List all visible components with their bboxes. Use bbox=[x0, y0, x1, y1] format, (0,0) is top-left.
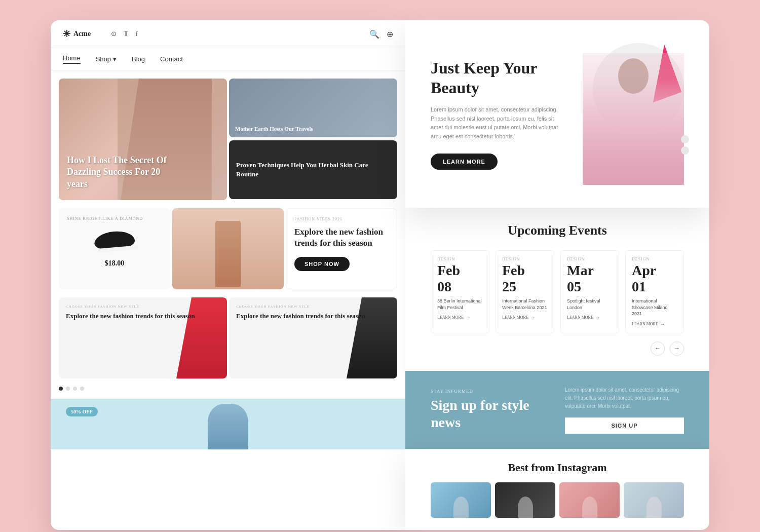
right-panel: Just Keep Your Beauty Lorem ipsum dolor … bbox=[405, 20, 709, 530]
shoe-label: SHINE BRIGHT LIKE A DIAMOND bbox=[67, 216, 162, 221]
events-prev-button[interactable]: ← bbox=[651, 341, 665, 356]
shoe-price: $18.00 bbox=[67, 259, 162, 268]
event-3-day: 05 bbox=[567, 279, 613, 295]
event-2-name: International Fashion Week Barcelona 202… bbox=[502, 298, 548, 311]
brand: ✳ Acme bbox=[63, 28, 91, 40]
event-1-arrow: → bbox=[466, 315, 471, 320]
model-silhouette-3 bbox=[559, 482, 620, 518]
event-4-arrow: → bbox=[660, 321, 665, 327]
events-grid: DESIGN Feb 08 38 Berlin International Fi… bbox=[431, 250, 684, 333]
hero-grid: How I Lost The Secret Of Dazzling Succes… bbox=[51, 70, 405, 208]
left-panel: ✳ Acme ⊙ 𝕋 f 🔍 ⊕ Home Shop ▾ Blog Contac… bbox=[51, 20, 405, 530]
beauty-desc: Lorem ipsum dolor sit amet, consectetur … bbox=[431, 105, 567, 141]
instagram-item-4[interactable] bbox=[624, 482, 684, 518]
event-card-3: DESIGN Mar 05 Spotlight festival London … bbox=[560, 250, 619, 333]
instagram-grid bbox=[431, 482, 684, 518]
event-3-link[interactable]: LEARN MORE → bbox=[567, 315, 613, 320]
event-4-link-text: LEARN MORE bbox=[632, 322, 658, 326]
cart-icon[interactable]: ⊕ bbox=[387, 29, 393, 39]
event-1-link[interactable]: LEARN MORE → bbox=[437, 315, 483, 320]
dot-4[interactable] bbox=[80, 387, 84, 391]
beauty-text: Just Keep Your Beauty Lorem ipsum dolor … bbox=[431, 58, 567, 169]
promo-title: Explore the new fashion trends for this … bbox=[294, 226, 389, 249]
brand-star: ✳ bbox=[63, 28, 70, 40]
event-card-4: DESIGN Apr 01 International Showcase Mil… bbox=[625, 250, 684, 333]
silhouette-4 bbox=[647, 497, 662, 518]
nav-right: 🔍 ⊕ bbox=[369, 29, 393, 39]
instagram-title: Best from Instagram bbox=[431, 461, 684, 474]
beauty-circle-2 bbox=[681, 146, 689, 155]
shoe-image bbox=[67, 225, 162, 255]
event-4-name: International Showcase Milano 2021 bbox=[632, 298, 677, 317]
event-4-month: Apr bbox=[632, 263, 677, 278]
event-card-1: DESIGN Feb 08 38 Berlin International Fi… bbox=[431, 250, 489, 333]
model-silhouette-4 bbox=[624, 482, 684, 518]
nav-blog[interactable]: Blog bbox=[132, 55, 145, 63]
event-1-name: 38 Berlin International Film Festival bbox=[437, 298, 483, 311]
event-3-link-text: LEARN MORE bbox=[567, 315, 593, 320]
shoe-card: SHINE BRIGHT LIKE A DIAMOND $18.00 bbox=[59, 208, 170, 289]
hero-top-right-text: Mother Earth Hosts Our Travels bbox=[235, 125, 313, 132]
fashion-card-1-content: CHOOSE YOUR FASHION NEW STLE Explore the… bbox=[59, 297, 227, 328]
shoe-shape bbox=[94, 230, 136, 251]
navbar: ✳ Acme ⊙ 𝕋 f 🔍 ⊕ bbox=[51, 20, 405, 48]
event-2-arrow: → bbox=[530, 315, 536, 320]
hero-bottom-right: Proven Techniques Help You Herbal Skin C… bbox=[229, 140, 397, 199]
hero-top-right: Mother Earth Hosts Our Travels bbox=[229, 79, 397, 137]
pagination-dots bbox=[51, 387, 405, 399]
event-2-link[interactable]: LEARN MORE → bbox=[502, 315, 548, 320]
events-next-button[interactable]: → bbox=[670, 341, 684, 356]
event-1-category: DESIGN bbox=[437, 257, 483, 261]
silhouette-2 bbox=[518, 497, 533, 518]
facebook-icon[interactable]: f bbox=[135, 30, 137, 38]
signup-right: Lorem ipsum dolor sit amet, consectetur … bbox=[565, 386, 684, 434]
product-section: SHINE BRIGHT LIKE A DIAMOND $18.00 FASHI… bbox=[51, 208, 405, 297]
events-nav: ← → bbox=[431, 341, 684, 356]
signup-text-area: STAY INFORMED Sign up for style news bbox=[431, 389, 550, 431]
event-2-category: DESIGN bbox=[502, 257, 548, 261]
nav-shop[interactable]: Shop ▾ bbox=[96, 55, 117, 63]
event-4-link[interactable]: LEARN MORE → bbox=[632, 321, 677, 327]
nav-contact[interactable]: Contact bbox=[160, 55, 183, 63]
dot-2[interactable] bbox=[66, 387, 70, 391]
signup-button[interactable]: SIGN UP bbox=[565, 417, 684, 434]
brand-name: Acme bbox=[73, 30, 91, 38]
fashion-card-2: CHOOSE YOUR FASHION NEW STLE Explore the… bbox=[229, 297, 397, 378]
nav-home[interactable]: Home bbox=[63, 54, 81, 64]
blue-dress-figure bbox=[208, 404, 248, 449]
event-2-link-text: LEARN MORE bbox=[502, 315, 528, 320]
beauty-model bbox=[583, 53, 684, 185]
silhouette-1 bbox=[453, 497, 469, 518]
event-3-month: Mar bbox=[567, 263, 613, 278]
instagram-item-2[interactable] bbox=[495, 482, 555, 518]
event-3-arrow: → bbox=[595, 315, 600, 320]
instagram-icon[interactable]: ⊙ bbox=[111, 30, 117, 38]
dot-3[interactable] bbox=[73, 387, 77, 391]
bottom-section: 50% OFF bbox=[51, 399, 405, 449]
fashion-card-1-tag: CHOOSE YOUR FASHION NEW STLE bbox=[66, 305, 220, 309]
pants-card bbox=[172, 208, 284, 289]
instagram-item-3[interactable] bbox=[559, 482, 620, 518]
promo-card: FASHION VIBES 2021 Explore the new fashi… bbox=[286, 208, 397, 289]
pants-figure bbox=[172, 208, 284, 289]
event-1-link-text: LEARN MORE bbox=[437, 315, 464, 320]
shop-now-button[interactable]: SHOP NOW bbox=[294, 257, 350, 271]
instagram-item-1[interactable] bbox=[431, 482, 491, 518]
fashion-card-2-title: Explore the new fashion trends for this … bbox=[236, 312, 390, 321]
twitter-icon[interactable]: 𝕋 bbox=[124, 30, 128, 38]
learn-more-button[interactable]: LEARN MORE bbox=[431, 154, 498, 170]
events-section: Upcoming Events DESIGN Feb 08 38 Berlin … bbox=[405, 208, 709, 371]
shoe-sole bbox=[97, 245, 138, 253]
sale-badge: 50% OFF bbox=[66, 407, 98, 416]
fashion-card-2-tag: CHOOSE YOUR FASHION NEW STLE bbox=[236, 305, 390, 309]
signup-desc: Lorem ipsum dolor sit amet, consectetur … bbox=[565, 386, 684, 410]
event-3-category: DESIGN bbox=[567, 257, 613, 261]
model-silhouette-2 bbox=[495, 482, 555, 518]
promo-tag: FASHION VIBES 2021 bbox=[294, 217, 389, 221]
event-3-name: Spotlight festival London bbox=[567, 298, 613, 311]
event-card-2: DESIGN Feb 25 International Fashion Week… bbox=[496, 250, 554, 333]
event-1-day: 08 bbox=[437, 279, 483, 295]
search-icon[interactable]: 🔍 bbox=[369, 29, 379, 39]
dot-1[interactable] bbox=[59, 387, 63, 391]
event-2-day: 25 bbox=[502, 279, 548, 295]
